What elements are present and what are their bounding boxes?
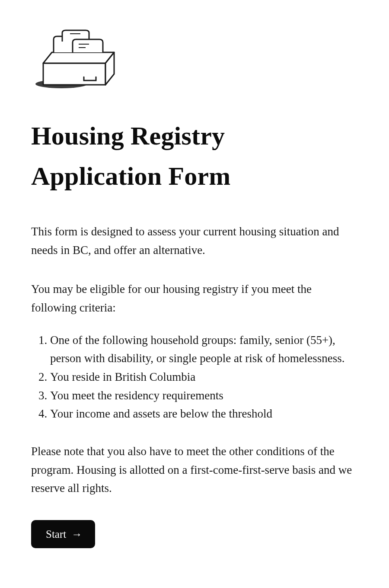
criteria-item: You meet the residency requirements	[50, 386, 358, 405]
note-text: Please note that you also have to meet t…	[31, 442, 358, 498]
file-drawer-icon	[31, 29, 358, 95]
criteria-list: One of the following household groups: f…	[31, 331, 358, 423]
start-button[interactable]: Start →	[31, 520, 95, 548]
criteria-item: You reside in British Columbia	[50, 368, 358, 386]
criteria-item: Your income and assets are below the thr…	[50, 405, 358, 423]
start-button-label: Start	[46, 529, 66, 540]
criteria-item: One of the following household groups: f…	[50, 331, 358, 368]
arrow-right-icon: →	[71, 529, 82, 540]
page-title: Housing Registry Application Form	[31, 116, 358, 196]
eligibility-lead: You may be eligible for our housing regi…	[31, 280, 358, 317]
intro-text: This form is designed to assess your cur…	[31, 222, 358, 259]
